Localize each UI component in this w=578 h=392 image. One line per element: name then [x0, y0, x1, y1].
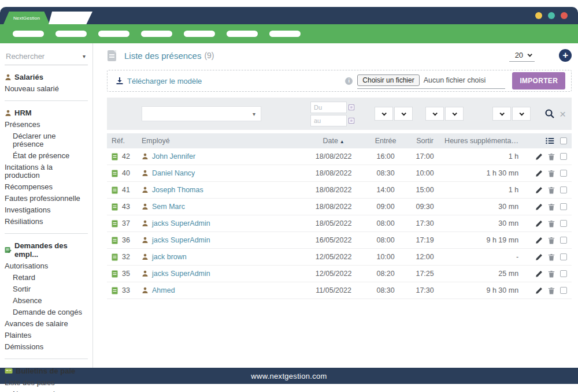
select-all-checkbox[interactable] — [560, 137, 567, 144]
delete-icon[interactable] — [548, 153, 555, 160]
row-date: 11/05/2022 — [301, 286, 366, 294]
row-checkbox[interactable] — [560, 170, 567, 177]
calendar-icon[interactable] — [349, 104, 354, 110]
sidebar-item[interactable]: Avances de salaire — [5, 320, 88, 328]
employee-link[interactable]: Sem Marc — [152, 203, 185, 211]
row-checkbox[interactable] — [560, 270, 567, 277]
close-dot-icon[interactable] — [561, 12, 568, 19]
row-checkbox[interactable] — [560, 253, 567, 260]
nav-pill-item[interactable] — [13, 31, 44, 37]
edit-icon[interactable] — [535, 220, 543, 227]
edit-icon[interactable] — [535, 186, 543, 194]
employee-link[interactable]: Daniel Nancy — [152, 169, 195, 177]
delete-icon[interactable] — [548, 287, 555, 294]
edit-icon[interactable] — [535, 237, 543, 244]
date-from-input[interactable] — [310, 102, 347, 113]
sidebar-section-salaries[interactable]: Salariés — [5, 73, 88, 81]
employee-link[interactable]: jacks SuperAdmin — [152, 236, 210, 244]
col-header-date[interactable]: Date▲ — [301, 137, 366, 145]
overtime-minute-select[interactable] — [512, 107, 531, 121]
row-exit: 09:30 — [405, 203, 444, 211]
sidebar-item[interactable]: Déclarer une présence — [5, 132, 88, 148]
sidebar-item[interactable]: Demande de congés — [5, 308, 88, 316]
delete-icon[interactable] — [548, 220, 555, 227]
sidebar-search-select[interactable]: Rechercher ▾ — [5, 49, 88, 65]
clear-filters-button[interactable]: × — [560, 109, 566, 120]
minimize-dot-icon[interactable] — [535, 12, 542, 19]
row-checkbox[interactable] — [560, 186, 567, 193]
sidebar-item[interactable]: Investigations — [5, 206, 88, 214]
delete-icon[interactable] — [548, 186, 555, 194]
col-header-entry[interactable]: Entrée — [366, 137, 405, 145]
download-template-link[interactable]: Télécharger le modèle — [116, 77, 202, 85]
employee-link[interactable]: John Jennifer — [152, 152, 195, 160]
row-checkbox[interactable] — [560, 153, 567, 160]
sidebar-item[interactable]: Incitations à la production — [5, 163, 88, 180]
sidebar-item[interactable]: Fautes professionnelle — [5, 195, 88, 203]
edit-icon[interactable] — [535, 270, 543, 278]
employee-link[interactable]: jacks SuperAdmin — [152, 219, 210, 227]
sidebar-item[interactable]: Liste des paies — [5, 379, 88, 387]
employee-link[interactable]: jack brown — [152, 253, 187, 261]
nav-pill-item[interactable] — [184, 31, 215, 37]
delete-icon[interactable] — [548, 253, 555, 261]
sidebar-section-payslips[interactable]: Bulletins de paie — [5, 367, 88, 375]
row-checkbox[interactable] — [560, 237, 567, 244]
document-icon — [107, 50, 117, 62]
delete-icon[interactable] — [548, 270, 555, 278]
delete-icon[interactable] — [548, 203, 555, 211]
sidebar-item[interactable]: Plaintes — [5, 331, 88, 339]
col-header-exit[interactable]: Sortir — [405, 137, 444, 145]
brand-tab[interactable]: NextGestion — [3, 12, 50, 24]
sidebar-item[interactable]: Sortir — [5, 285, 88, 293]
edit-icon[interactable] — [535, 253, 543, 261]
delete-icon[interactable] — [548, 170, 555, 177]
choose-file-button[interactable]: Choisir un fichier — [357, 74, 419, 86]
col-header-ref[interactable]: Réf. — [112, 137, 142, 145]
employee-link[interactable]: Ahmed — [152, 286, 175, 294]
nav-pill-item[interactable] — [141, 31, 172, 37]
employee-link[interactable]: jacks SuperAdmin — [152, 270, 210, 278]
delete-icon[interactable] — [548, 237, 555, 244]
edit-icon[interactable] — [535, 203, 543, 211]
sidebar-section-requests[interactable]: Demandes des empl... — [5, 241, 88, 259]
sidebar-item[interactable]: Absence — [5, 297, 88, 305]
nav-pill-item[interactable] — [269, 31, 301, 37]
blank-tab[interactable] — [49, 12, 92, 24]
calendar-icon[interactable] — [349, 118, 354, 124]
exit-hour-select[interactable] — [425, 107, 444, 121]
column-settings-icon[interactable] — [546, 137, 554, 144]
date-to-input[interactable] — [310, 115, 347, 126]
row-checkbox[interactable] — [560, 287, 567, 294]
import-button[interactable]: IMPORTER — [512, 72, 565, 89]
sidebar-section-hrm[interactable]: HRM — [5, 109, 88, 117]
edit-icon[interactable] — [535, 170, 543, 177]
overtime-hour-select[interactable] — [492, 107, 511, 121]
exit-minute-select[interactable] — [445, 107, 464, 121]
sidebar-item[interactable]: Démissions — [5, 343, 88, 351]
nav-pill-item[interactable] — [227, 31, 258, 37]
nav-pill-item[interactable] — [98, 31, 129, 37]
entry-minute-select[interactable] — [394, 107, 413, 121]
sidebar-item[interactable]: Présences — [5, 121, 88, 129]
col-header-overtime[interactable]: Heures supplémentaires — [444, 137, 518, 145]
edit-icon[interactable] — [535, 153, 543, 160]
employee-link[interactable]: Joseph Thomas — [152, 186, 203, 194]
employee-filter-select[interactable]: ▾ — [142, 106, 261, 121]
sidebar-item[interactable]: Retard — [5, 274, 88, 282]
maximize-dot-icon[interactable] — [548, 12, 555, 19]
sidebar-item[interactable]: Nouveau salarié — [5, 85, 88, 93]
nav-pill-item[interactable] — [55, 31, 87, 37]
page-size-select[interactable]: 20 — [509, 50, 535, 62]
row-checkbox[interactable] — [560, 203, 567, 210]
search-button[interactable] — [544, 109, 555, 119]
add-presence-button[interactable]: + — [559, 49, 572, 62]
edit-icon[interactable] — [535, 287, 543, 294]
sidebar-item[interactable]: Résiliations — [5, 218, 88, 226]
sidebar-item[interactable]: Autorisations — [5, 262, 88, 270]
sidebar-item[interactable]: Récompenses — [5, 183, 88, 191]
col-header-employee[interactable]: Employé — [142, 137, 301, 145]
entry-hour-select[interactable] — [375, 107, 393, 121]
row-checkbox[interactable] — [560, 220, 567, 227]
sidebar-item[interactable]: État de présence — [5, 152, 88, 160]
